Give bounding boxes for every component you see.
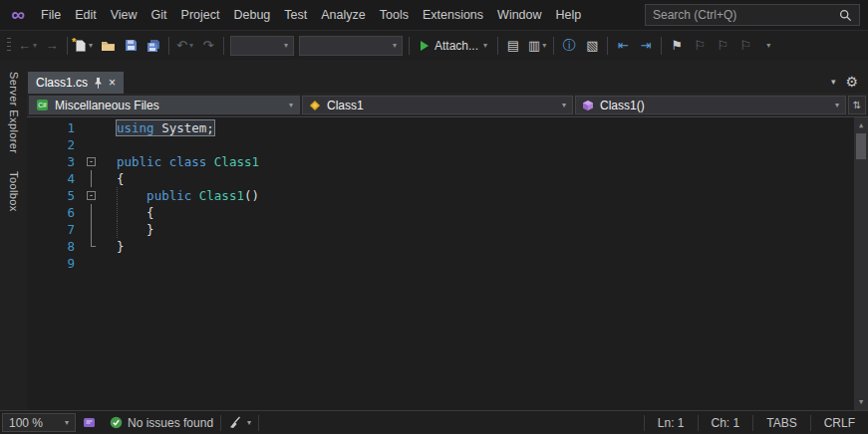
zoom-dropdown[interactable]: 100 % ▾	[2, 413, 76, 432]
menu-item-view[interactable]: View	[104, 0, 145, 30]
code-text: }	[99, 221, 854, 238]
menu-item-debug[interactable]: Debug	[226, 0, 277, 30]
menu-item-file[interactable]: File	[34, 0, 68, 30]
line-number: 7	[27, 221, 85, 238]
fold-margin	[85, 170, 99, 187]
display-quick-info-button[interactable]: ⓘ	[558, 34, 580, 58]
scroll-down-icon[interactable]: ▼	[854, 395, 868, 409]
solution-configurations-combo[interactable]: ▾	[230, 36, 294, 56]
extensions-status-button[interactable]	[76, 416, 103, 429]
toolbar-grip[interactable]	[7, 38, 11, 54]
editor-lines: 1using System;23-public class Class14{5-…	[27, 119, 854, 410]
editor-scrollbar[interactable]: ▲ ▼	[854, 117, 868, 410]
navigate-forward-button[interactable]: →	[41, 34, 63, 58]
line-number: 1	[27, 119, 85, 136]
undo-icon: ↶	[176, 38, 187, 53]
document-health-indicator[interactable]: No issues found	[103, 416, 220, 430]
fold-collapse-icon[interactable]: -	[85, 153, 99, 170]
menu-item-project[interactable]: Project	[174, 0, 227, 30]
display-word-completion-button[interactable]: ▧	[581, 34, 603, 58]
menu-item-window[interactable]: Window	[490, 0, 548, 30]
tab-class1-cs[interactable]: Class1.cs ×	[28, 72, 124, 94]
split-icon: ⇅	[853, 100, 861, 110]
server-explorer-tab[interactable]: Server Explorer	[8, 72, 20, 153]
overflow-chevron-icon: ▾	[766, 41, 770, 50]
left-tool-window-tabs: Server Explorer Toolbox	[0, 60, 27, 410]
code-line-9[interactable]: 9	[27, 255, 854, 272]
save-button[interactable]	[120, 34, 142, 58]
code-line-1[interactable]: 1using System;	[27, 119, 854, 136]
navigate-back-button[interactable]: ← ▾	[15, 34, 40, 58]
line-ending-indicator[interactable]: CRLF	[811, 411, 868, 434]
menu-item-help[interactable]: Help	[549, 0, 589, 30]
line-number: 8	[27, 238, 85, 255]
close-icon[interactable]: ×	[109, 76, 116, 90]
code-line-7[interactable]: 7 }	[27, 221, 854, 238]
code-line-3[interactable]: 3-public class Class1	[27, 153, 854, 170]
code-line-8[interactable]: 8}	[27, 238, 854, 255]
open-files-dropdown-icon[interactable]: ▾	[831, 77, 836, 87]
code-line-5[interactable]: 5- public Class1()	[27, 187, 854, 204]
open-file-button[interactable]	[97, 34, 119, 58]
column-indicator[interactable]: Ch: 1	[699, 411, 753, 434]
extensions-status-icon	[83, 416, 96, 429]
code-line-4[interactable]: 4{	[27, 170, 854, 187]
quick-info-icon: ⓘ	[563, 37, 576, 55]
decrease-indent-button[interactable]: ⇤	[612, 34, 634, 58]
display-parameter-info-button[interactable]: ▥ ▾	[525, 34, 549, 58]
split-window-button[interactable]: ⇅	[848, 96, 866, 114]
selected-text: using System;	[117, 120, 214, 135]
code-line-2[interactable]: 2	[27, 136, 854, 153]
menu-item-tools[interactable]: Tools	[373, 0, 416, 30]
tab-bar-controls: ▾ ⚙	[831, 75, 868, 94]
menu-item-extensions[interactable]: Extensions	[416, 0, 490, 30]
save-icon	[125, 39, 138, 52]
previous-bookmark-button[interactable]: ⚐	[689, 34, 711, 58]
menu-item-git[interactable]: Git	[145, 0, 174, 30]
svg-text:C#: C#	[38, 102, 47, 108]
line-indicator[interactable]: Ln: 1	[645, 411, 698, 434]
fold-margin	[85, 255, 99, 272]
fold-margin	[85, 238, 99, 255]
toggle-bookmark-button[interactable]: ⚑	[666, 34, 688, 58]
code-line-6[interactable]: 6 {	[27, 204, 854, 221]
toolbar-overflow-button[interactable]: ▾	[757, 34, 779, 58]
next-bookmark-button[interactable]: ⚐	[712, 34, 733, 58]
type-dropdown[interactable]: Class1 ▾	[302, 96, 573, 114]
navigate-forward-icon: →	[46, 38, 59, 53]
code-editor[interactable]: 1using System;23-public class Class14{5-…	[27, 117, 868, 410]
fold-collapse-icon[interactable]: -	[85, 187, 99, 204]
settings-gear-icon[interactable]: ⚙	[845, 75, 858, 89]
csharp-file-icon: C#	[36, 99, 49, 111]
clear-bookmarks-button[interactable]: ⚐	[734, 34, 756, 58]
line-number: 5	[27, 187, 85, 204]
chevron-down-icon: ▾	[542, 41, 546, 50]
menu-item-analyze[interactable]: Analyze	[314, 0, 372, 30]
undo-button[interactable]: ↶ ▾	[173, 34, 196, 58]
search-box[interactable]: Search (Ctrl+Q)	[645, 4, 860, 26]
indent-guide	[117, 221, 118, 238]
pin-icon[interactable]	[94, 78, 103, 89]
attach-button[interactable]: Attach... ▾	[414, 34, 493, 58]
editor-pane: Class1.cs × ▾ ⚙ C# M	[27, 60, 868, 410]
menu-item-test[interactable]: Test	[277, 0, 314, 30]
chevron-down-icon: ▾	[247, 418, 251, 427]
toolbox-tab[interactable]: Toolbox	[8, 171, 20, 212]
display-member-list-button[interactable]: ▤	[502, 34, 524, 58]
increase-indent-button[interactable]: ⇥	[635, 34, 657, 58]
solution-platforms-combo[interactable]: ▾	[299, 36, 403, 56]
chevron-down-icon: ▾	[33, 41, 37, 50]
member-dropdown[interactable]: Class1() ▾	[575, 96, 846, 114]
new-file-button[interactable]: * ▾	[72, 34, 96, 58]
fold-margin	[85, 221, 99, 238]
save-all-button[interactable]	[143, 34, 164, 58]
toolbar-separator	[67, 37, 68, 55]
tabs-mode-indicator[interactable]: TABS	[753, 411, 809, 434]
scroll-up-icon[interactable]: ▲	[854, 118, 868, 132]
redo-button[interactable]: ↷	[197, 34, 219, 58]
project-dropdown[interactable]: C# Miscellaneous Files ▾	[29, 96, 300, 114]
code-cleanup-button[interactable]: ▾	[221, 416, 258, 429]
menu-item-edit[interactable]: Edit	[68, 0, 104, 30]
scrollbar-thumb[interactable]	[856, 133, 866, 159]
chevron-down-icon: ▾	[284, 41, 288, 50]
